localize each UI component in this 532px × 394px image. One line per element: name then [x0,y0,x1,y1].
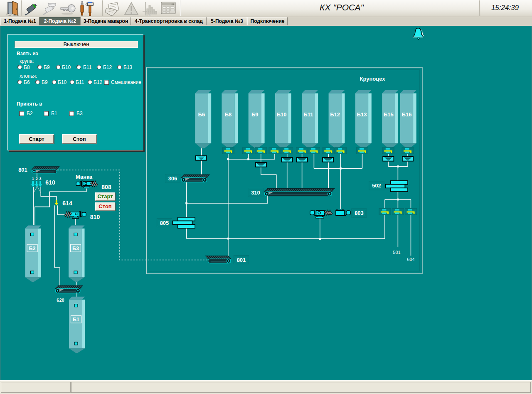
svg-text:Б16: Б16 [402,111,412,118]
svg-text:Б13: Б13 [357,111,367,118]
svg-text:Б15: Б15 [384,111,394,118]
svg-text:Б6: Б6 [198,111,205,118]
svg-text:502: 502 [372,182,381,189]
svg-text:3: 3 [39,177,41,181]
svg-text:Крупоцех: Крупоцех [360,76,385,82]
svg-text:803: 803 [355,210,364,216]
svg-text:tech: tech [145,14,150,17]
svg-text:2: 2 [36,177,38,181]
svg-text:Б10: Б10 [277,111,287,118]
svg-text:810: 810 [90,214,100,220]
svg-text:Манка: Манка [76,174,93,180]
svg-text:604: 604 [407,257,414,262]
svg-text:801: 801 [18,167,27,173]
svg-text:801: 801 [237,257,246,263]
svg-text:614: 614 [62,200,72,207]
svg-text:501: 501 [393,250,400,255]
svg-text:Б1: Б1 [73,317,79,323]
svg-text:620: 620 [57,298,64,303]
svg-text:Б2: Б2 [29,246,36,251]
svg-text:Б3: Б3 [72,246,79,251]
svg-text:Б9: Б9 [251,111,259,118]
svg-text:Б11: Б11 [303,111,313,118]
svg-text:805: 805 [160,220,169,226]
svg-text:808: 808 [101,184,111,190]
svg-text:Б8: Б8 [225,111,232,118]
svg-text:Б12: Б12 [330,111,340,118]
svg-text:306: 306 [168,175,177,182]
svg-text:610: 610 [45,179,55,186]
svg-text:1: 1 [32,177,34,181]
svg-text:310: 310 [251,190,260,196]
